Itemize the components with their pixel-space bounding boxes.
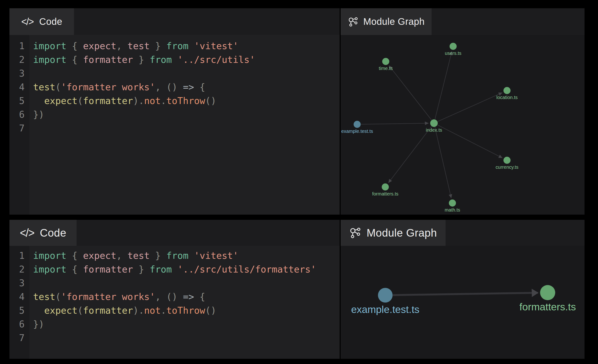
graph-edge-example.test.ts-to-formatters.ts xyxy=(393,293,538,295)
code-line: 7 xyxy=(9,331,340,345)
line-number: 2 xyxy=(9,53,29,67)
code-line: 4test('formatter works', () => { xyxy=(9,80,340,94)
tab-code-2[interactable]: </> Code xyxy=(9,220,77,246)
graph-edge-example.test.ts-to-index.ts xyxy=(361,123,429,124)
code-line: 5 expect(formatter).not.toThrow() xyxy=(9,94,340,108)
code-line-text: import { expect, test } from 'vitest' xyxy=(33,39,239,53)
tab-label: Code xyxy=(40,226,66,239)
code-line-text: test('formatter works', () => { xyxy=(33,290,205,304)
line-number: 4 xyxy=(9,80,29,94)
graph-node-index.ts[interactable] xyxy=(430,119,438,127)
code-line-text: import { expect, test } from 'vitest' xyxy=(33,249,239,263)
code-line: 1import { expect, test } from 'vitest' xyxy=(9,249,340,263)
code-line: 2import { formatter } from '../src/utils… xyxy=(9,263,340,276)
graph-node-users.ts[interactable] xyxy=(449,43,457,50)
line-number: 6 xyxy=(9,317,29,331)
graph-node-location.ts[interactable] xyxy=(503,87,511,94)
graph-tab-bar-1: Module Graph xyxy=(341,8,584,35)
tab-module-graph-2[interactable]: Module Graph xyxy=(341,220,446,246)
graph-node-label: location.ts xyxy=(496,95,518,100)
line-number: 3 xyxy=(9,67,29,80)
code-line: 7 xyxy=(9,122,340,135)
code-line: 4test('formatter works', () => { xyxy=(9,290,340,304)
code-line: 2import { formatter } from '../src/utils… xyxy=(9,53,340,67)
code-panel-2: </> Code 1import { expect, test } from '… xyxy=(9,220,340,359)
line-number: 7 xyxy=(9,331,29,345)
code-line-text: import { formatter } from '../src/utils' xyxy=(33,53,255,67)
code-line-text: expect(formatter).not.toThrow() xyxy=(33,304,216,317)
module-graph-canvas-2[interactable]: example.test.tsformatters.ts xyxy=(341,246,584,359)
graph-edge-index.ts-to-formatters.ts xyxy=(388,126,431,183)
graph-node-label: time.ts xyxy=(379,66,393,71)
module-graph-icon xyxy=(349,227,361,239)
line-number: 5 xyxy=(9,94,29,108)
graph-tab-bar-2: Module Graph xyxy=(341,220,584,246)
module-graph-svg-2[interactable]: example.test.tsformatters.ts xyxy=(341,246,584,359)
module-graph-panel-1: Module Graph users.tstime.tslocation.tsi… xyxy=(341,8,584,215)
code-line: 3 xyxy=(9,276,340,290)
code-editor-1[interactable]: 1import { expect, test } from 'vitest'2i… xyxy=(9,35,340,215)
app-root: </> Code 1import { expect, test } from '… xyxy=(0,0,598,364)
line-number: 4 xyxy=(9,290,29,304)
code-tab-bar-2: </> Code xyxy=(9,220,340,246)
graph-node-label: formatters.ts xyxy=(372,191,398,196)
graph-edge-index.ts-to-currency.ts xyxy=(438,125,502,158)
graph-node-example.test.ts[interactable] xyxy=(378,288,393,303)
code-icon: </> xyxy=(20,226,34,240)
module-graph-icon xyxy=(348,16,358,27)
graph-node-label: example.test.ts xyxy=(351,304,419,315)
code-line: 3 xyxy=(9,67,340,80)
graph-edge-index.ts-to-location.ts xyxy=(438,93,502,122)
code-lines: 1import { expect, test } from 'vitest'2i… xyxy=(9,39,340,135)
line-number: 3 xyxy=(9,276,29,290)
code-line: 6}) xyxy=(9,108,340,122)
tab-label: Module Graph xyxy=(367,226,437,239)
graph-node-label: users.ts xyxy=(445,50,461,56)
tab-label: Code xyxy=(39,16,62,27)
module-graph-svg-1[interactable]: users.tstime.tslocation.tsindex.tsexampl… xyxy=(341,35,584,215)
graph-node-formatters.ts[interactable] xyxy=(382,183,389,190)
graph-node-label: currency.ts xyxy=(496,165,518,170)
line-number: 7 xyxy=(9,122,29,135)
graph-edge-index.ts-to-users.ts xyxy=(435,51,452,119)
code-line-text: test('formatter works', () => { xyxy=(33,80,205,94)
tab-label: Module Graph xyxy=(363,16,424,27)
code-line: 5 expect(formatter).not.toThrow() xyxy=(9,304,340,317)
graph-node-formatters.ts[interactable] xyxy=(540,285,555,300)
line-number: 1 xyxy=(9,39,29,53)
code-line-text: import { formatter } from '../src/utils/… xyxy=(33,263,316,276)
code-line: 6}) xyxy=(9,317,340,331)
graph-edge-index.ts-to-time.ts xyxy=(389,66,432,120)
line-number: 6 xyxy=(9,108,29,122)
graph-edge-index.ts-to-math.ts xyxy=(435,127,451,198)
code-lines: 1import { expect, test } from 'vitest'2i… xyxy=(9,249,340,345)
graph-node-time.ts[interactable] xyxy=(382,58,389,65)
code-line: 1import { expect, test } from 'vitest' xyxy=(9,39,340,53)
code-panel-1: </> Code 1import { expect, test } from '… xyxy=(9,8,340,215)
module-graph-panel-2: Module Graph example.test.tsformatters.t… xyxy=(341,220,584,359)
graph-node-example.test.ts[interactable] xyxy=(354,121,361,128)
tab-code-1[interactable]: </> Code xyxy=(9,8,74,35)
tab-module-graph-1[interactable]: Module Graph xyxy=(341,8,432,35)
graph-node-label: example.test.ts xyxy=(341,129,373,134)
graph-node-label: formatters.ts xyxy=(520,301,576,313)
graph-node-math.ts[interactable] xyxy=(449,199,456,207)
line-number: 2 xyxy=(9,263,29,276)
code-editor-2[interactable]: 1import { expect, test } from 'vitest'2i… xyxy=(9,246,340,359)
line-number: 1 xyxy=(9,249,29,263)
line-number: 5 xyxy=(9,304,29,317)
code-tab-bar-1: </> Code xyxy=(9,8,340,35)
code-line-text: expect(formatter).not.toThrow() xyxy=(33,94,216,108)
graph-node-label: math.ts xyxy=(445,207,460,213)
module-graph-canvas-1[interactable]: users.tstime.tslocation.tsindex.tsexampl… xyxy=(341,35,584,215)
code-line-text: }) xyxy=(33,317,44,331)
graph-node-label: index.ts xyxy=(426,127,442,132)
graph-node-currency.ts[interactable] xyxy=(503,157,511,164)
code-line-text: }) xyxy=(33,108,44,122)
code-icon: </> xyxy=(21,16,33,27)
